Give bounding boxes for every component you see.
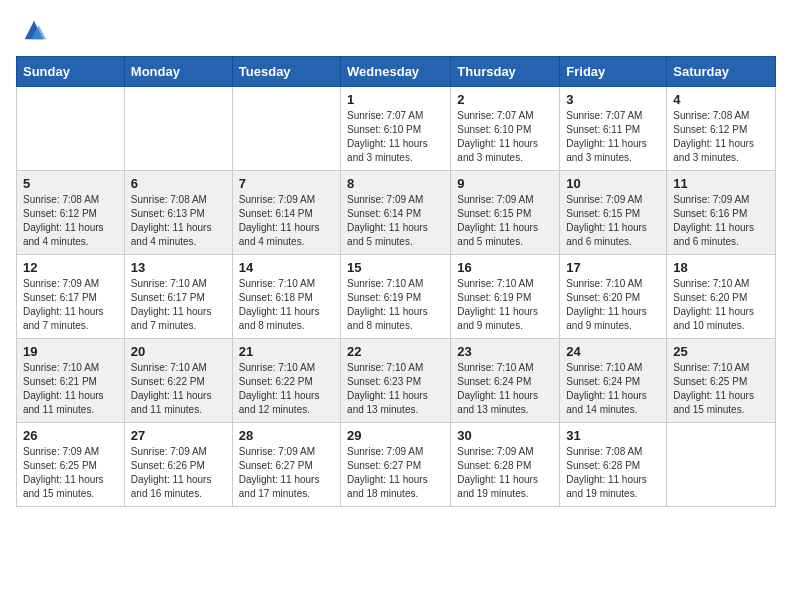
day-number: 4: [673, 92, 769, 107]
day-number: 8: [347, 176, 444, 191]
calendar-cell: 31Sunrise: 7:08 AM Sunset: 6:28 PM Dayli…: [560, 423, 667, 507]
weekday-header-thursday: Thursday: [451, 57, 560, 87]
calendar-cell: 11Sunrise: 7:09 AM Sunset: 6:16 PM Dayli…: [667, 171, 776, 255]
weekday-header-row: SundayMondayTuesdayWednesdayThursdayFrid…: [17, 57, 776, 87]
day-number: 26: [23, 428, 118, 443]
day-number: 28: [239, 428, 334, 443]
calendar-cell: [17, 87, 125, 171]
week-row-5: 26Sunrise: 7:09 AM Sunset: 6:25 PM Dayli…: [17, 423, 776, 507]
calendar-cell: 8Sunrise: 7:09 AM Sunset: 6:14 PM Daylig…: [341, 171, 451, 255]
day-number: 9: [457, 176, 553, 191]
calendar-cell: 12Sunrise: 7:09 AM Sunset: 6:17 PM Dayli…: [17, 255, 125, 339]
day-number: 7: [239, 176, 334, 191]
day-info: Sunrise: 7:10 AM Sunset: 6:18 PM Dayligh…: [239, 277, 334, 333]
day-info: Sunrise: 7:09 AM Sunset: 6:16 PM Dayligh…: [673, 193, 769, 249]
day-number: 15: [347, 260, 444, 275]
day-number: 13: [131, 260, 226, 275]
calendar-cell: 3Sunrise: 7:07 AM Sunset: 6:11 PM Daylig…: [560, 87, 667, 171]
week-row-3: 12Sunrise: 7:09 AM Sunset: 6:17 PM Dayli…: [17, 255, 776, 339]
weekday-header-tuesday: Tuesday: [232, 57, 340, 87]
day-info: Sunrise: 7:09 AM Sunset: 6:14 PM Dayligh…: [239, 193, 334, 249]
day-number: 11: [673, 176, 769, 191]
day-info: Sunrise: 7:10 AM Sunset: 6:24 PM Dayligh…: [457, 361, 553, 417]
day-info: Sunrise: 7:10 AM Sunset: 6:19 PM Dayligh…: [457, 277, 553, 333]
calendar-cell: 6Sunrise: 7:08 AM Sunset: 6:13 PM Daylig…: [124, 171, 232, 255]
day-number: 3: [566, 92, 660, 107]
day-info: Sunrise: 7:10 AM Sunset: 6:17 PM Dayligh…: [131, 277, 226, 333]
weekday-header-saturday: Saturday: [667, 57, 776, 87]
calendar-cell: 29Sunrise: 7:09 AM Sunset: 6:27 PM Dayli…: [341, 423, 451, 507]
weekday-header-wednesday: Wednesday: [341, 57, 451, 87]
calendar-cell: 15Sunrise: 7:10 AM Sunset: 6:19 PM Dayli…: [341, 255, 451, 339]
day-number: 17: [566, 260, 660, 275]
day-info: Sunrise: 7:10 AM Sunset: 6:20 PM Dayligh…: [673, 277, 769, 333]
calendar-cell: 14Sunrise: 7:10 AM Sunset: 6:18 PM Dayli…: [232, 255, 340, 339]
calendar-cell: [667, 423, 776, 507]
day-number: 1: [347, 92, 444, 107]
calendar-cell: 18Sunrise: 7:10 AM Sunset: 6:20 PM Dayli…: [667, 255, 776, 339]
day-info: Sunrise: 7:09 AM Sunset: 6:27 PM Dayligh…: [347, 445, 444, 501]
calendar-cell: 1Sunrise: 7:07 AM Sunset: 6:10 PM Daylig…: [341, 87, 451, 171]
day-info: Sunrise: 7:08 AM Sunset: 6:28 PM Dayligh…: [566, 445, 660, 501]
day-info: Sunrise: 7:09 AM Sunset: 6:17 PM Dayligh…: [23, 277, 118, 333]
calendar-cell: 28Sunrise: 7:09 AM Sunset: 6:27 PM Dayli…: [232, 423, 340, 507]
day-number: 14: [239, 260, 334, 275]
day-number: 21: [239, 344, 334, 359]
day-info: Sunrise: 7:08 AM Sunset: 6:12 PM Dayligh…: [673, 109, 769, 165]
day-info: Sunrise: 7:08 AM Sunset: 6:13 PM Dayligh…: [131, 193, 226, 249]
day-info: Sunrise: 7:07 AM Sunset: 6:11 PM Dayligh…: [566, 109, 660, 165]
weekday-header-sunday: Sunday: [17, 57, 125, 87]
day-number: 10: [566, 176, 660, 191]
calendar-table: SundayMondayTuesdayWednesdayThursdayFrid…: [16, 56, 776, 507]
day-info: Sunrise: 7:10 AM Sunset: 6:22 PM Dayligh…: [131, 361, 226, 417]
day-info: Sunrise: 7:09 AM Sunset: 6:14 PM Dayligh…: [347, 193, 444, 249]
logo: [16, 16, 48, 44]
day-info: Sunrise: 7:10 AM Sunset: 6:24 PM Dayligh…: [566, 361, 660, 417]
day-number: 30: [457, 428, 553, 443]
day-number: 12: [23, 260, 118, 275]
calendar-cell: [124, 87, 232, 171]
calendar-cell: 2Sunrise: 7:07 AM Sunset: 6:10 PM Daylig…: [451, 87, 560, 171]
day-info: Sunrise: 7:10 AM Sunset: 6:21 PM Dayligh…: [23, 361, 118, 417]
day-info: Sunrise: 7:09 AM Sunset: 6:15 PM Dayligh…: [566, 193, 660, 249]
calendar-cell: 30Sunrise: 7:09 AM Sunset: 6:28 PM Dayli…: [451, 423, 560, 507]
weekday-header-friday: Friday: [560, 57, 667, 87]
weekday-header-monday: Monday: [124, 57, 232, 87]
logo-icon: [20, 16, 48, 44]
calendar-cell: 9Sunrise: 7:09 AM Sunset: 6:15 PM Daylig…: [451, 171, 560, 255]
day-number: 2: [457, 92, 553, 107]
calendar-cell: 5Sunrise: 7:08 AM Sunset: 6:12 PM Daylig…: [17, 171, 125, 255]
calendar-cell: 10Sunrise: 7:09 AM Sunset: 6:15 PM Dayli…: [560, 171, 667, 255]
week-row-2: 5Sunrise: 7:08 AM Sunset: 6:12 PM Daylig…: [17, 171, 776, 255]
calendar-cell: 13Sunrise: 7:10 AM Sunset: 6:17 PM Dayli…: [124, 255, 232, 339]
day-number: 25: [673, 344, 769, 359]
day-info: Sunrise: 7:07 AM Sunset: 6:10 PM Dayligh…: [347, 109, 444, 165]
calendar-cell: [232, 87, 340, 171]
day-info: Sunrise: 7:09 AM Sunset: 6:25 PM Dayligh…: [23, 445, 118, 501]
calendar-cell: 22Sunrise: 7:10 AM Sunset: 6:23 PM Dayli…: [341, 339, 451, 423]
day-info: Sunrise: 7:10 AM Sunset: 6:23 PM Dayligh…: [347, 361, 444, 417]
day-number: 18: [673, 260, 769, 275]
day-number: 6: [131, 176, 226, 191]
day-info: Sunrise: 7:10 AM Sunset: 6:25 PM Dayligh…: [673, 361, 769, 417]
day-number: 27: [131, 428, 226, 443]
calendar-cell: 7Sunrise: 7:09 AM Sunset: 6:14 PM Daylig…: [232, 171, 340, 255]
day-info: Sunrise: 7:10 AM Sunset: 6:19 PM Dayligh…: [347, 277, 444, 333]
calendar-cell: 17Sunrise: 7:10 AM Sunset: 6:20 PM Dayli…: [560, 255, 667, 339]
calendar-cell: 26Sunrise: 7:09 AM Sunset: 6:25 PM Dayli…: [17, 423, 125, 507]
day-number: 31: [566, 428, 660, 443]
day-number: 5: [23, 176, 118, 191]
day-number: 24: [566, 344, 660, 359]
day-info: Sunrise: 7:09 AM Sunset: 6:27 PM Dayligh…: [239, 445, 334, 501]
day-info: Sunrise: 7:10 AM Sunset: 6:20 PM Dayligh…: [566, 277, 660, 333]
day-info: Sunrise: 7:10 AM Sunset: 6:22 PM Dayligh…: [239, 361, 334, 417]
day-number: 29: [347, 428, 444, 443]
day-number: 16: [457, 260, 553, 275]
calendar-cell: 25Sunrise: 7:10 AM Sunset: 6:25 PM Dayli…: [667, 339, 776, 423]
day-info: Sunrise: 7:07 AM Sunset: 6:10 PM Dayligh…: [457, 109, 553, 165]
calendar-cell: 27Sunrise: 7:09 AM Sunset: 6:26 PM Dayli…: [124, 423, 232, 507]
day-info: Sunrise: 7:09 AM Sunset: 6:28 PM Dayligh…: [457, 445, 553, 501]
day-number: 23: [457, 344, 553, 359]
week-row-4: 19Sunrise: 7:10 AM Sunset: 6:21 PM Dayli…: [17, 339, 776, 423]
day-info: Sunrise: 7:09 AM Sunset: 6:15 PM Dayligh…: [457, 193, 553, 249]
